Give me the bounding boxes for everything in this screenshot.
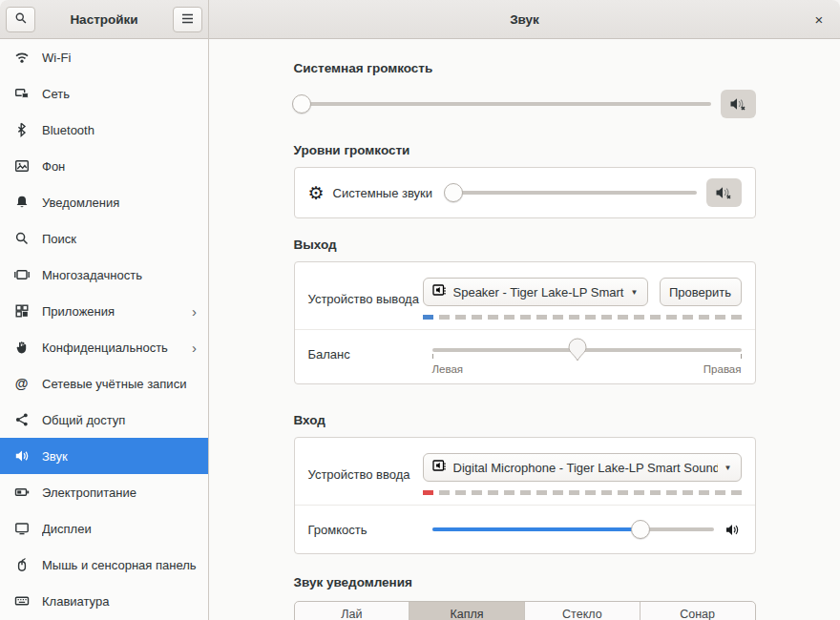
input-device-label: Устройство ввода	[308, 467, 423, 482]
wifi-icon	[13, 50, 30, 66]
balance-left-mark	[432, 354, 433, 359]
chevron-right-icon: ›	[192, 341, 197, 355]
at-sign-icon: @	[13, 376, 30, 392]
alert-sound-group: Лай Капля Стекло Сонар	[294, 601, 756, 620]
balance-right-label: Правая	[704, 363, 742, 375]
sidebar-item-search[interactable]: Поиск	[0, 220, 208, 257]
multitasking-icon	[13, 267, 30, 283]
alert-option-bark[interactable]: Лай	[295, 602, 410, 620]
input-volume-label: Громкость	[308, 523, 423, 537]
sidebar-item-wifi[interactable]: Wi-Fi	[0, 39, 208, 75]
dropdown-caret-icon: ▼	[724, 464, 732, 472]
sidebar-item-label: Bluetooth	[42, 123, 197, 137]
sidebar-item-sharing[interactable]: Общий доступ	[0, 402, 208, 438]
battery-icon	[13, 485, 30, 501]
sidebar-headerbar: Настройки	[0, 0, 208, 39]
output-heading: Выход	[294, 238, 756, 252]
sidebar-item-background[interactable]: Фон	[0, 148, 208, 184]
test-speakers-button[interactable]: Проверить	[660, 278, 742, 306]
soundcard-icon	[432, 459, 447, 476]
panel-scroll-area[interactable]: Системная громкость Уровни громкости	[209, 39, 840, 620]
hamburger-menu-icon	[181, 12, 194, 27]
sidebar-item-label: Клавиатура	[42, 594, 197, 609]
system-sounds-mute-button[interactable]	[706, 178, 742, 207]
sidebar-item-displays[interactable]: Дисплеи	[0, 510, 208, 547]
sidebar-item-label: Wi-Fi	[42, 51, 197, 65]
sidebar-item-keyboard[interactable]: Клавиатура	[0, 583, 208, 619]
sidebar-item-label: Уведомления	[42, 196, 197, 210]
input-volume-slider[interactable]	[432, 515, 714, 544]
background-icon	[13, 158, 30, 175]
system-sounds-label: Системные звуки	[333, 186, 433, 200]
system-sounds-handle[interactable]	[444, 183, 463, 202]
sidebar-item-bluetooth[interactable]: Bluetooth	[0, 112, 208, 148]
balance-slider[interactable]	[432, 338, 742, 362]
input-device-dropdown[interactable]: Digital Microphone - Tiger Lake-LP Smart…	[423, 453, 742, 482]
volume-levels-heading: Уровни громкости	[294, 143, 756, 157]
speaker-muted-icon	[729, 96, 747, 112]
main-headerbar: Звук ×	[209, 0, 840, 39]
system-sounds-slider[interactable]	[446, 178, 696, 207]
system-sounds-row: ⚙ Системные звуки	[295, 168, 755, 217]
sidebar-item-power[interactable]: Электропитание	[0, 474, 208, 510]
system-mute-button[interactable]	[721, 90, 756, 118]
input-card: Устройство ввода Digital Microphone - Ti…	[294, 437, 756, 554]
alert-option-glass[interactable]: Стекло	[524, 602, 640, 620]
volume-levels-card: ⚙ Системные звуки	[294, 167, 756, 218]
sidebar-item-label: Общий доступ	[42, 413, 197, 427]
sidebar-item-label: Мышь и сенсорная панель	[42, 558, 197, 572]
alert-option-sonar[interactable]: Сонар	[640, 602, 755, 620]
alert-option-drip[interactable]: Капля	[409, 602, 524, 620]
soundcard-icon	[432, 283, 447, 300]
sidebar-item-sound[interactable]: Звук	[0, 438, 208, 474]
settings-nav: Wi-Fi Сеть Bluetooth Фон Уведомления Пои…	[0, 39, 208, 620]
chevron-right-icon: ›	[192, 304, 197, 319]
input-volume-handle[interactable]	[631, 520, 650, 539]
sidebar-item-online-accounts[interactable]: @ Сетевые учётные записи	[0, 365, 208, 402]
sidebar-item-label: Сетевые учётные записи	[42, 377, 197, 391]
output-device-row: Устройство вывода Speaker - Tiger Lake-L…	[295, 262, 755, 329]
balance-right-mark	[741, 354, 742, 359]
output-level-meter	[423, 315, 742, 320]
sidebar-item-mouse-touchpad[interactable]: Мышь и сенсорная панель	[0, 547, 208, 583]
dropdown-caret-icon: ▼	[631, 288, 639, 297]
system-volume-row	[294, 90, 756, 118]
balance-handle[interactable]	[567, 338, 588, 366]
sidebar-item-privacy[interactable]: Конфиденциальность ›	[0, 329, 208, 365]
sidebar-item-label: Сеть	[42, 87, 197, 101]
input-level-meter	[423, 490, 742, 495]
panel-title: Звук	[510, 12, 539, 27]
sidebar-item-label: Дисплеи	[42, 522, 197, 536]
system-volume-slider[interactable]	[294, 90, 711, 118]
system-volume-heading: Системная громкость	[294, 61, 756, 75]
output-device-dropdown[interactable]: Speaker - Tiger Lake-LP Smart S... ▼	[423, 278, 648, 306]
bluetooth-icon	[13, 122, 30, 138]
magnifier-icon	[13, 231, 30, 247]
keyboard-icon	[13, 593, 30, 610]
close-icon: ×	[815, 11, 824, 28]
sidebar: Настройки Wi-Fi Сеть	[0, 0, 209, 620]
input-volume-row: Громкость	[295, 505, 755, 553]
close-button[interactable]: ×	[806, 0, 832, 39]
input-heading: Вход	[294, 413, 756, 427]
sidebar-item-network[interactable]: Сеть	[0, 75, 208, 112]
speaker-muted-icon	[715, 185, 733, 200]
system-volume-handle[interactable]	[292, 94, 311, 114]
share-icon	[13, 412, 30, 428]
sidebar-item-multitasking[interactable]: Многозадачность	[0, 257, 208, 293]
sidebar-item-label: Многозадачность	[42, 268, 197, 282]
output-card: Устройство вывода Speaker - Tiger Lake-L…	[294, 261, 756, 384]
sidebar-item-label: Звук	[42, 449, 197, 464]
sidebar-item-applications[interactable]: Приложения ›	[0, 293, 208, 329]
sidebar-item-notifications[interactable]: Уведомления	[0, 184, 208, 220]
input-device-value: Digital Microphone - Tiger Lake-LP Smart…	[453, 461, 718, 475]
primary-menu-button[interactable]	[173, 7, 202, 32]
input-device-row: Устройство ввода Digital Microphone - Ti…	[295, 438, 755, 505]
monitor-icon	[13, 521, 30, 537]
volume-high-icon	[725, 523, 742, 537]
mouse-icon	[13, 557, 30, 573]
sidebar-item-label: Электропитание	[42, 486, 197, 500]
sidebar-item-label: Поиск	[42, 232, 197, 246]
search-button[interactable]	[6, 7, 35, 32]
balance-label: Баланс	[308, 338, 423, 362]
